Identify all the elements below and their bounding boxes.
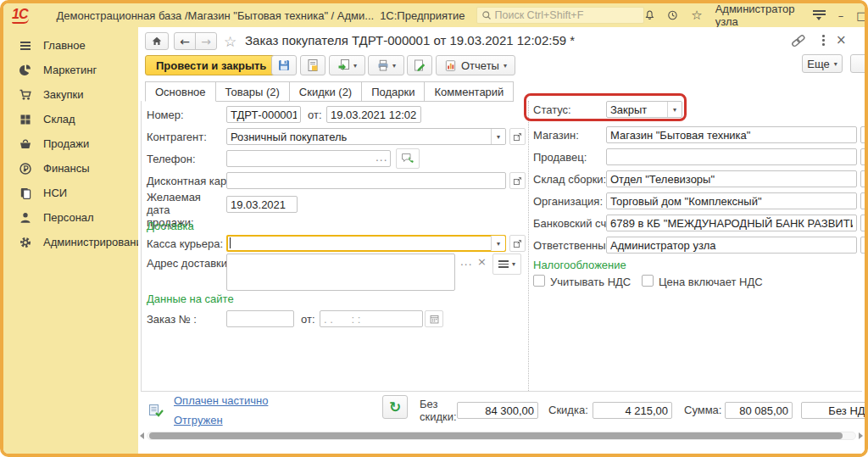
no-discount-total-field[interactable] — [457, 402, 538, 419]
delivery-address-field[interactable] — [226, 254, 455, 291]
save-button[interactable] — [271, 55, 297, 75]
discount-card-open-button[interactable] — [509, 172, 526, 189]
print-button[interactable]: ▾ — [368, 55, 404, 75]
forward-button[interactable]: → — [195, 32, 217, 50]
vat-mode-field[interactable] — [801, 402, 865, 419]
titlebar-right: ☆ Администратор узла – □ × — [644, 3, 868, 28]
sidebar-item-administrirovanie[interactable]: Администрирование — [3, 230, 138, 254]
current-user[interactable]: Администратор узла — [715, 3, 800, 28]
tab-skidki[interactable]: Скидки (2) — [289, 81, 362, 102]
sidebar-item-label: Персонал — [43, 211, 94, 224]
address-clear-icon[interactable]: × — [477, 255, 487, 268]
counterparty-open-button[interactable] — [509, 128, 526, 145]
close-document-icon[interactable]: × — [836, 32, 847, 47]
sidebar-item-sklad[interactable]: Склад — [3, 107, 138, 131]
recalculate-button[interactable]: ↻ — [382, 395, 408, 419]
notifications-bell-icon[interactable] — [644, 8, 655, 22]
phone-select-dots-icon[interactable]: ... — [376, 152, 387, 164]
more-actions-kebab-icon[interactable] — [819, 34, 828, 47]
sum-total-field[interactable] — [725, 402, 793, 419]
shipment-status-link[interactable]: Отгружен — [174, 414, 223, 426]
desired-date-field[interactable] — [226, 196, 298, 213]
responsible-field[interactable] — [606, 237, 857, 254]
scrollbar-track[interactable] — [147, 432, 856, 440]
maximize-button[interactable]: □ — [856, 10, 866, 21]
text-cursor — [230, 237, 231, 248]
address-select-dots-icon[interactable]: ... — [460, 256, 472, 268]
gear-icon — [19, 236, 32, 249]
warehouse-field[interactable] — [606, 170, 857, 187]
history-icon[interactable] — [667, 8, 678, 22]
vat-checkbox[interactable] — [533, 275, 545, 287]
bank-account-field[interactable] — [606, 215, 857, 231]
store-field[interactable] — [606, 126, 857, 143]
payment-status-link[interactable]: Оплачен частично — [174, 394, 268, 407]
site-order-calendar-button[interactable] — [425, 310, 443, 327]
site-order-number-field[interactable] — [226, 310, 294, 327]
courier-cash-open-button[interactable] — [509, 235, 526, 252]
chevron-down-icon: ▾ — [512, 260, 515, 268]
favorites-star-icon[interactable]: ☆ — [691, 9, 702, 22]
tab-tovary[interactable]: Товары (2) — [215, 81, 290, 102]
document-title: Заказ покупателя ТДРТ-000001 от 19.03.20… — [245, 33, 575, 47]
favorite-star-icon[interactable]: ☆ — [224, 33, 236, 50]
phone-label: Телефон: — [147, 153, 196, 165]
sidebar-item-zakupki[interactable]: Закупки — [3, 82, 138, 107]
site-order-date-field[interactable] — [320, 310, 423, 327]
number-field[interactable] — [226, 106, 301, 123]
scroll-right-arrow[interactable] — [859, 432, 863, 439]
get-link-icon[interactable] — [791, 34, 806, 47]
cart-icon — [19, 88, 32, 102]
form-panel: Номер: от: Контрагент: ▾ Телефон: ... Ди… — [141, 101, 862, 392]
discount-card-field[interactable] — [226, 172, 506, 189]
create-based-on-button[interactable]: ▾ — [329, 55, 365, 75]
scroll-left-arrow[interactable] — [140, 432, 144, 439]
search-input[interactable] — [495, 9, 639, 21]
sidebar-item-finansy[interactable]: Финансы — [3, 156, 138, 181]
global-search[interactable] — [476, 7, 644, 24]
minimize-button[interactable]: – — [838, 10, 844, 21]
scrollbar-thumb[interactable] — [149, 432, 843, 439]
phone-call-button[interactable] — [396, 148, 420, 169]
discount-total-field[interactable] — [593, 402, 672, 419]
clipped-toolbar-button[interactable] — [850, 54, 865, 73]
site-order-from-label: от: — [301, 313, 315, 326]
status-dropdown-icon[interactable]: ▾ — [667, 102, 682, 117]
catalog-icon — [19, 187, 32, 200]
vat-checkbox-label[interactable]: Учитывать НДС — [550, 276, 631, 288]
home-button[interactable] — [145, 32, 169, 50]
counterparty-field[interactable] — [226, 128, 506, 145]
vat-included-checkbox[interactable] — [642, 275, 654, 287]
counterparty-dropdown-icon[interactable]: ▾ — [491, 129, 505, 144]
chevron-down-icon: ▾ — [392, 62, 396, 70]
chevron-down-icon: ▾ — [504, 62, 507, 70]
sidebar-item-label: Финансы — [43, 162, 90, 175]
organization-field[interactable] — [606, 192, 857, 209]
tab-kommentariy[interactable]: Комментарий — [424, 81, 514, 102]
service-settings-icon[interactable] — [813, 10, 826, 20]
seller-field[interactable] — [606, 148, 857, 165]
tab-podarki[interactable]: Подарки — [361, 81, 425, 102]
date-field[interactable] — [326, 106, 421, 123]
back-button[interactable]: ← — [174, 32, 196, 50]
courier-cash-dropdown-icon[interactable]: ▾ — [491, 236, 505, 251]
warehouse-icon — [19, 113, 32, 126]
sidebar-item-prodazhi[interactable]: Продажи — [3, 131, 138, 156]
more-button[interactable]: Еще ▾ — [802, 54, 843, 73]
vat-included-checkbox-label[interactable]: Цена включает НДС — [659, 276, 763, 288]
post-and-close-button[interactable]: Провести и закрыть — [145, 55, 277, 75]
sidebar-item-nsi[interactable]: НСИ — [3, 181, 138, 205]
counterparty-label: Контрагент: — [147, 131, 207, 143]
reports-label: Отчеты — [461, 59, 499, 72]
tab-osnovnoe[interactable]: Основное — [145, 81, 216, 102]
address-menu-button[interactable]: ▾ — [492, 254, 521, 275]
edit-button[interactable] — [407, 55, 432, 75]
post-document-button[interactable] — [300, 55, 326, 75]
sidebar-item-marketing[interactable]: Маркетинг — [3, 58, 138, 82]
courier-cash-field[interactable] — [226, 235, 506, 252]
reports-button[interactable]: Отчеты ▾ — [436, 55, 515, 75]
phone-field[interactable] — [226, 150, 391, 167]
calendar-icon — [429, 314, 440, 325]
sidebar-item-glavnoe[interactable]: Главное — [3, 33, 138, 58]
sidebar-item-personal[interactable]: Персонал — [3, 205, 138, 230]
